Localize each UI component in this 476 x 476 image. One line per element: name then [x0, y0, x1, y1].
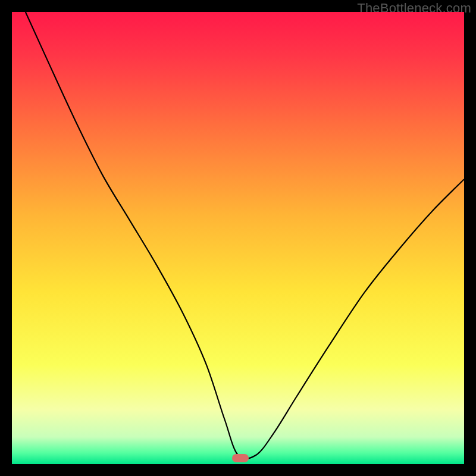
optimal-marker [232, 454, 249, 462]
chart-frame: TheBottleneck.com [0, 0, 476, 476]
plot-area [12, 12, 464, 464]
curve-path [26, 12, 464, 459]
bottleneck-curve [12, 12, 464, 464]
